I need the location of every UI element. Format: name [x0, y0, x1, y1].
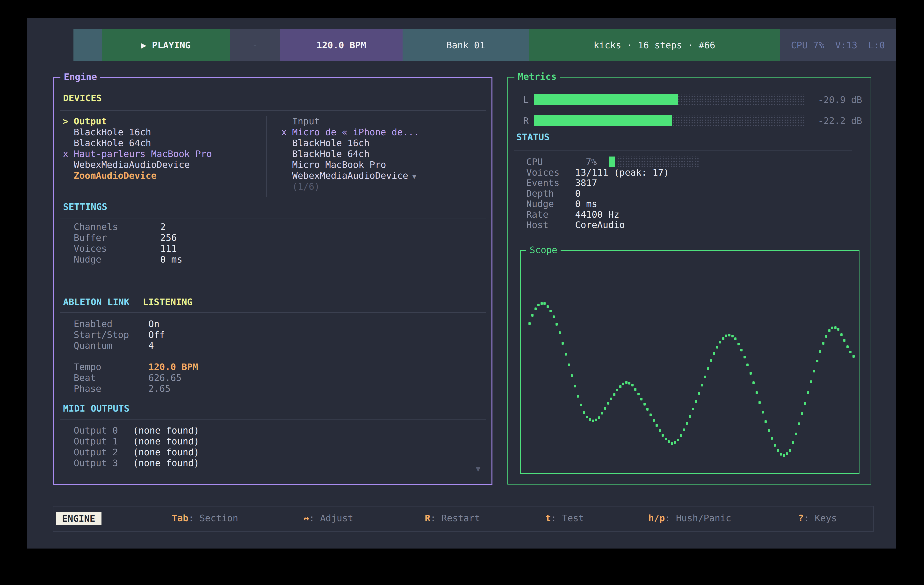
scope-dot	[640, 398, 642, 400]
scope-display: Scope	[520, 250, 860, 474]
divider	[60, 219, 486, 219]
device-item-blackhole-16ch[interactable]: BlackHole 16ch	[292, 138, 370, 148]
scope-dot	[853, 355, 855, 358]
scope-dot	[725, 335, 727, 337]
settings-heading: SETTINGS	[63, 201, 107, 212]
scope-dot	[619, 385, 622, 388]
meter-fill-l	[534, 94, 678, 105]
midi-label-output-0: Output 0	[74, 425, 118, 436]
scope-dot	[568, 364, 570, 366]
dropdown-icon[interactable]: ▼	[412, 172, 416, 180]
scope-dot	[846, 345, 849, 348]
device-item-haut-parleurs-macbook-pro[interactable]: Haut-parleurs MacBook Pro	[74, 148, 212, 159]
link-value-quantum[interactable]: 4	[148, 340, 154, 351]
scope-dot	[577, 395, 579, 397]
ableton-link-heading: ABLETON LINK	[63, 297, 130, 307]
device-item-webexmediaaudiodevice[interactable]: WebexMediaAudioDevice	[74, 160, 190, 170]
hint-t-test[interactable]: t: Test	[545, 513, 584, 523]
status-value-depth: 0	[575, 188, 581, 199]
divider	[60, 312, 486, 313]
mode-tab-engine[interactable]: ENGINE	[56, 512, 101, 525]
scope-dot	[531, 314, 533, 316]
scope-dot	[601, 412, 603, 414]
device-item-blackhole-64ch[interactable]: BlackHole 64ch	[292, 148, 370, 159]
device-item-micro-de-iphone-de[interactable]: Micro de « iPhone de...	[292, 127, 419, 137]
topbar-segment-bank[interactable]: Bank 01	[403, 29, 529, 61]
scope-dot	[598, 417, 600, 419]
meter-label-r: R	[523, 115, 529, 126]
hint-key-item: ?	[798, 513, 804, 523]
device-item-webexmediaaudiodevice[interactable]: WebexMediaAudioDevice▼	[292, 170, 417, 181]
divider	[60, 110, 486, 111]
scope-dot	[556, 323, 558, 326]
setting-value-buffer[interactable]: 256	[160, 232, 177, 243]
setting-value-voices[interactable]: 111	[160, 243, 177, 254]
scope-dot	[719, 341, 721, 343]
link-value-beat[interactable]: 626.65	[148, 372, 182, 383]
topbar-segment-stats: CPU 7% V:13 L:0	[780, 29, 896, 61]
scope-dot	[644, 403, 646, 405]
engine-panel: Engine DEVICES >OutputBlackHole 16chBlac…	[53, 77, 492, 485]
device-item-blackhole-64ch[interactable]: BlackHole 64ch	[74, 138, 151, 148]
scope-dot	[759, 401, 761, 404]
scope-dot	[574, 385, 576, 387]
device-item-zoomaudiodevice[interactable]: ZoomAudioDevice	[74, 170, 157, 181]
scope-dot	[628, 382, 630, 384]
status-label-events: Events	[526, 178, 559, 188]
scope-dot	[722, 337, 724, 340]
device-item-input[interactable]: Input	[292, 116, 320, 127]
device-item-blackhole-16ch[interactable]: BlackHole 16ch	[74, 127, 151, 137]
link-value-start-stop[interactable]: Off	[148, 330, 165, 340]
device-item-micro-macbook-pro[interactable]: Micro MacBook Pro	[292, 160, 386, 170]
scope-dot	[768, 429, 770, 432]
hint-tab-section[interactable]: Tab: Section	[172, 513, 238, 523]
scope-dot	[756, 391, 758, 394]
hint-keys[interactable]: ?: Keys	[798, 513, 837, 523]
scope-dot	[677, 438, 679, 441]
engine-panel-title: Engine	[60, 71, 100, 82]
scope-dot	[535, 308, 537, 310]
scope-dot	[798, 422, 800, 425]
midi-label-output-1: Output 1	[74, 436, 118, 447]
link-value-enabled[interactable]: On	[148, 319, 160, 329]
topbar-segment-bpm[interactable]: 120.0 BPM	[280, 29, 403, 61]
selected-marker-icon: >	[63, 116, 68, 127]
scope-dot	[816, 360, 818, 362]
scope-dot	[622, 382, 624, 385]
setting-label-nudge: Nudge	[74, 254, 101, 265]
topbar-segment-pattern[interactable]: kicks · 16 steps · #66	[529, 29, 780, 61]
midi-value-output-0: (none found)	[133, 425, 200, 436]
meter-bar-l	[534, 94, 805, 105]
topbar-segment-transport[interactable]: ▶ PLAYING	[102, 29, 230, 61]
setting-value-channels[interactable]: 2	[160, 221, 166, 232]
scope-dot	[792, 441, 794, 444]
scope-dot	[607, 402, 609, 405]
scroll-down-icon[interactable]: ▼	[476, 464, 480, 473]
link-value-tempo[interactable]: 120.0 BPM	[148, 362, 198, 372]
status-label-cpu: CPU	[526, 157, 543, 167]
link-label-enabled: Enabled	[74, 319, 112, 329]
device-item-output[interactable]: Output	[74, 116, 107, 127]
status-value-events: 3817	[575, 178, 597, 188]
hint-adjust[interactable]: ↔: Adjust	[304, 513, 353, 523]
scope-dot	[637, 393, 640, 395]
status-label-depth: Depth	[526, 188, 554, 199]
hint-r-restart[interactable]: R: Restart	[425, 513, 480, 523]
hint-key-r: R	[425, 513, 431, 523]
link-label-start-stop: Start/Stop	[74, 330, 129, 340]
scope-dot	[541, 302, 543, 305]
hint-h-p-hush-panic[interactable]: h/p: Hush/Panic	[648, 513, 731, 523]
metrics-panel-title: Metrics	[515, 71, 560, 82]
scope-dot	[610, 397, 612, 400]
scope-dot	[665, 438, 667, 440]
meter-fill-r	[534, 115, 672, 126]
setting-value-nudge[interactable]: 0 ms	[160, 254, 182, 265]
midi-value-output-3: (none found)	[133, 458, 200, 468]
link-value-phase[interactable]: 2.65	[148, 383, 171, 394]
scope-dot	[771, 437, 773, 440]
cpu-mini-meter-fill	[609, 157, 615, 167]
scope-dot	[704, 376, 706, 378]
scope-dot	[692, 408, 694, 410]
hint-key-tab: Tab	[172, 513, 188, 523]
setting-label-channels: Channels	[74, 221, 118, 232]
